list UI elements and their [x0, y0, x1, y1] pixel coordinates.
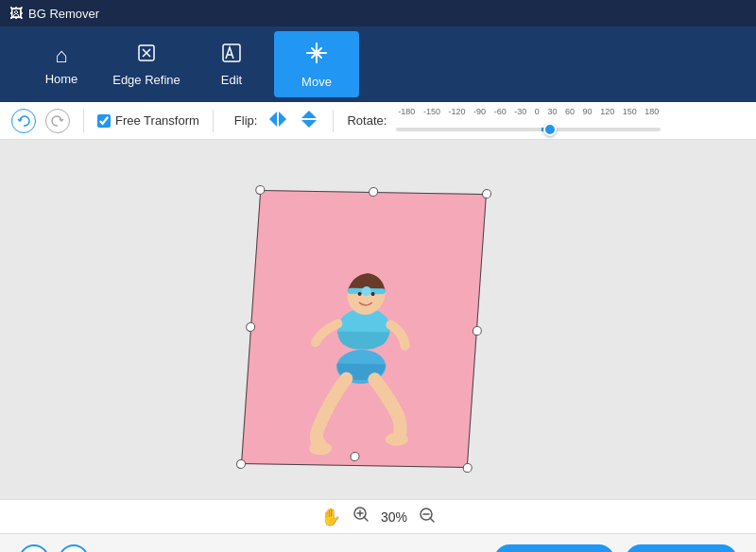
- svg-marker-4: [301, 111, 317, 118]
- handle-bottom-right[interactable]: [462, 463, 472, 473]
- toolbar-separator-2: [213, 110, 214, 132]
- nav-label-home: Home: [45, 72, 78, 86]
- svg-marker-2: [269, 112, 277, 127]
- zoom-percent-label: 30%: [381, 509, 407, 525]
- nav-item-edit[interactable]: Edit: [189, 31, 274, 97]
- canvas-area: [0, 140, 756, 499]
- handle-bottom-left[interactable]: [236, 459, 247, 469]
- nav-item-move[interactable]: Move: [274, 31, 359, 97]
- home-icon: ⌂: [55, 43, 67, 68]
- new-image-button[interactable]: New Image: [494, 544, 614, 553]
- free-transform-checkbox[interactable]: [97, 114, 111, 128]
- next-button[interactable]: [59, 544, 89, 553]
- footer: New Image Download: [0, 533, 756, 552]
- redo-button[interactable]: [45, 109, 70, 133]
- zoom-toolbar: ✋ 30%: [0, 499, 756, 533]
- nav-item-home[interactable]: ⌂ Home: [19, 31, 104, 97]
- flip-horizontal-button[interactable]: [269, 112, 286, 130]
- handle-middle-right[interactable]: [472, 326, 483, 336]
- free-transform-checkbox-label[interactable]: Free Transform: [97, 113, 199, 128]
- svg-marker-5: [301, 120, 317, 128]
- nav-label-edit: Edit: [221, 73, 242, 87]
- rotate-label: Rotate:: [347, 113, 387, 128]
- handle-top-right[interactable]: [482, 189, 492, 198]
- download-button[interactable]: Download: [626, 544, 737, 553]
- app-logo-icon: 🖼: [9, 6, 23, 21]
- title-bar: 🖼 BG Remover: [0, 0, 756, 26]
- zoom-in-icon[interactable]: [352, 506, 369, 527]
- nav-bar: ⌂ Home Edge Refine Edit Move: [0, 26, 756, 102]
- toolbar: Free Transform Flip: Rotate: -180 -150 -…: [0, 102, 756, 140]
- rotate-slider-wrapper: -180 -150 -120 -90 -60 -30 0 30 60 90 12…: [396, 107, 661, 135]
- app-title: BG Remover: [28, 7, 99, 21]
- hand-tool-icon[interactable]: ✋: [320, 507, 341, 527]
- undo-button[interactable]: [11, 109, 36, 133]
- rotate-slider[interactable]: [396, 128, 661, 131]
- nav-label-move: Move: [301, 75, 332, 89]
- footer-navigation: [19, 544, 89, 553]
- image-container[interactable]: [250, 192, 477, 466]
- nav-label-edge-refine: Edge Refine: [112, 73, 180, 87]
- footer-actions: New Image Download: [494, 544, 737, 553]
- toolbar-separator-1: [83, 110, 84, 132]
- flip-vertical-button[interactable]: [301, 111, 317, 131]
- rotate-tick-labels: -180 -150 -120 -90 -60 -30 0 30 60 90 12…: [396, 107, 661, 116]
- prev-button[interactable]: [19, 544, 49, 553]
- zoom-out-icon[interactable]: [419, 507, 436, 526]
- svg-marker-3: [279, 112, 286, 127]
- nav-item-edge-refine[interactable]: Edge Refine: [104, 31, 189, 97]
- free-transform-label: Free Transform: [115, 113, 199, 128]
- toolbar-separator-3: [333, 110, 334, 132]
- edit-icon: [221, 43, 242, 69]
- edge-refine-icon: [136, 43, 157, 69]
- move-icon: [304, 41, 329, 71]
- flip-label: Flip:: [234, 113, 258, 128]
